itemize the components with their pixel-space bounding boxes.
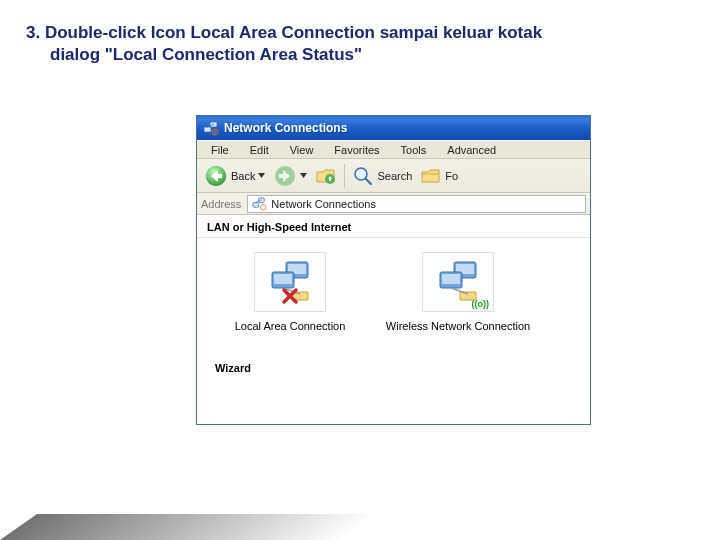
toolbar-separator	[344, 164, 345, 188]
network-connections-icon	[252, 196, 267, 211]
menu-advanced[interactable]: Advanced	[437, 143, 506, 157]
svg-rect-19	[442, 274, 460, 284]
folders-button[interactable]: Fo	[417, 163, 461, 189]
menubar: File Edit View Favorites Tools Advanced	[197, 140, 590, 159]
up-button[interactable]	[312, 163, 340, 189]
wireless-label: Wireless Network Connection	[383, 320, 533, 332]
wireless-iconbox: ((o))	[422, 252, 494, 312]
folder-up-icon	[315, 165, 337, 187]
step-line2: dialog "Local Connection Area Status"	[26, 44, 694, 66]
local-area-connection[interactable]: Local Area Connection	[215, 252, 365, 332]
search-label: Search	[377, 170, 412, 182]
menu-view[interactable]: View	[280, 143, 324, 157]
svg-point-10	[261, 204, 267, 210]
back-label: Back	[231, 170, 255, 182]
decorative-wedge	[0, 514, 377, 540]
titlebar: Network Connections	[197, 116, 590, 140]
svg-rect-14	[274, 274, 292, 284]
forward-button[interactable]	[270, 162, 310, 190]
dropdown-icon	[300, 172, 307, 179]
menu-favorites[interactable]: Favorites	[324, 143, 389, 157]
step-line1: Double-click Icon Local Area Connection …	[45, 23, 542, 42]
menu-tools[interactable]: Tools	[391, 143, 437, 157]
address-value: Network Connections	[271, 198, 376, 210]
step-number: 3.	[26, 23, 40, 42]
section-lan-header: LAN or High-Speed Internet	[197, 215, 590, 238]
menu-edit[interactable]: Edit	[240, 143, 279, 157]
dropdown-icon	[258, 172, 265, 179]
folders-icon	[420, 165, 442, 187]
network-connections-icon	[203, 120, 219, 136]
instruction-text: 3. Double-click Icon Local Area Connecti…	[0, 0, 720, 66]
address-label: Address	[201, 198, 241, 210]
lan-icon	[262, 258, 318, 306]
window-title: Network Connections	[224, 121, 347, 135]
svg-rect-9	[259, 198, 265, 203]
wireless-signal-icon: ((o))	[472, 299, 490, 309]
connections-area: Local Area Connection ((o)) Wireless Net…	[197, 238, 590, 340]
search-icon	[352, 165, 374, 187]
back-icon	[204, 164, 228, 188]
lan-label: Local Area Connection	[215, 320, 365, 332]
svg-rect-0	[204, 127, 211, 132]
menu-file[interactable]: File	[201, 143, 239, 157]
svg-rect-8	[253, 203, 259, 208]
toolbar: Back Search	[197, 159, 590, 193]
addressbar: Address Network Connections	[197, 193, 590, 215]
section-wizard-header: Wizard	[197, 340, 590, 380]
folders-label: Fo	[445, 170, 458, 182]
wireless-network-connection[interactable]: ((o)) Wireless Network Connection	[383, 252, 533, 332]
address-field[interactable]: Network Connections	[247, 195, 586, 213]
network-connections-window: Network Connections File Edit View Favor…	[196, 115, 591, 425]
back-button[interactable]: Back	[201, 162, 268, 190]
forward-icon	[273, 164, 297, 188]
search-button[interactable]: Search	[349, 163, 415, 189]
lan-iconbox	[254, 252, 326, 312]
